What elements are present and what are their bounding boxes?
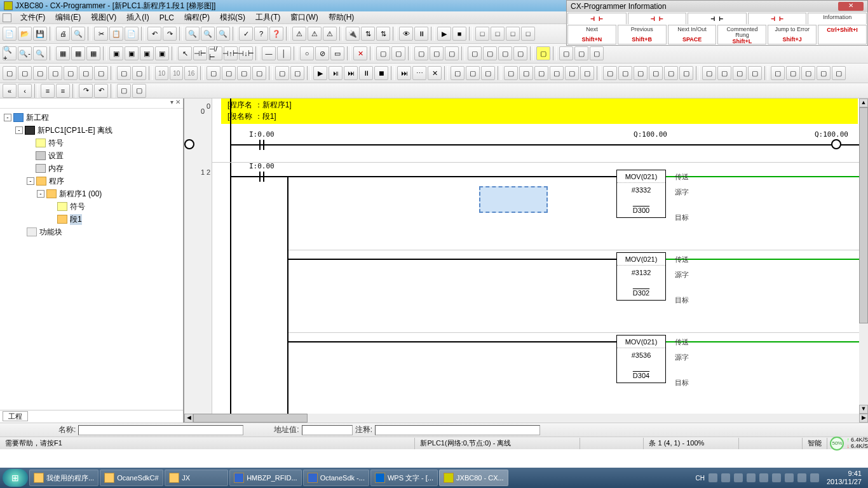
tb3-clear[interactable]: ✕ — [428, 66, 442, 80]
tb3-d1[interactable]: ▢ — [451, 66, 465, 80]
tb3-more[interactable]: ⋯ — [412, 66, 426, 80]
tree-toggle-newprog[interactable]: - — [37, 190, 44, 198]
task-btn-1[interactable]: OcaneSdkC# — [100, 470, 163, 486]
tb-warn3[interactable]: ⚠ — [323, 27, 337, 41]
tb3-f4[interactable]: ▢ — [649, 66, 663, 80]
tree-toggle-plc[interactable]: - — [15, 126, 23, 134]
tb3-h3[interactable]: ▢ — [801, 66, 815, 80]
task-btn-0[interactable]: 我使用的程序... — [29, 470, 98, 486]
tb-ext12[interactable]: ▢ — [574, 46, 588, 60]
tray-icon-5[interactable] — [759, 473, 768, 482]
tb3-a8[interactable]: ▢ — [117, 66, 131, 80]
tb-view1[interactable]: ▣ — [109, 46, 123, 60]
name-field-input[interactable] — [78, 425, 243, 435]
tb-grid3[interactable]: ▦ — [86, 46, 100, 60]
tb-redo[interactable]: ↷ — [163, 27, 177, 41]
tb-view4[interactable]: ▣ — [155, 46, 169, 60]
tb3-e4[interactable]: ▢ — [550, 66, 564, 80]
tb3-step[interactable]: ⏭ — [344, 66, 358, 80]
tb3-a7[interactable]: ▢ — [94, 66, 108, 80]
tb3-e1[interactable]: ▢ — [504, 66, 518, 80]
tb-check[interactable]: ✓ — [239, 27, 253, 41]
tb-new[interactable]: 📄 — [3, 27, 17, 41]
tb3-b1[interactable]: ▢ — [207, 66, 220, 80]
tray-icon-6[interactable] — [772, 473, 781, 482]
vscroll-thumb[interactable] — [859, 107, 868, 323]
hscroll-left-arrow[interactable]: ◀ — [184, 414, 193, 423]
address-field-input[interactable] — [302, 425, 353, 435]
tree-tab-project[interactable]: 工程 — [3, 411, 28, 421]
tb3-f2[interactable]: ▢ — [618, 66, 632, 80]
tb-contact-no[interactable]: ⊣⊢ — [193, 46, 207, 60]
chev-4[interactable]: ≡ — [56, 84, 70, 98]
tb-contact-p[interactable]: ⊣↑⊢ — [224, 46, 238, 60]
tb-find3[interactable]: 🔍 — [216, 27, 230, 41]
tb-print[interactable]: 🖨 — [56, 27, 70, 41]
tb-monitor[interactable]: 👁 — [399, 27, 413, 41]
vscroll-track[interactable] — [859, 107, 868, 405]
tree-toggle-programs[interactable]: - — [27, 177, 34, 185]
tb-grid2[interactable]: ▦ — [71, 46, 85, 60]
chev-6[interactable]: ↶ — [94, 84, 108, 98]
tray-icon-2[interactable] — [721, 473, 730, 482]
tree-plc[interactable]: - 新PLC1[CP1L-E] 离线 — [1, 124, 182, 137]
tree-symbols[interactable]: 符号 — [1, 137, 182, 149]
tb-whatsthis[interactable]: ❓ — [269, 27, 283, 41]
menu-insert[interactable]: 插入(I) — [121, 12, 154, 23]
tb3-a2[interactable]: ▢ — [18, 66, 32, 80]
tb-ext8[interactable]: ▢ — [498, 46, 512, 60]
tb-contact-nc[interactable]: ⊣/⊢ — [208, 46, 222, 60]
tb-del-hline[interactable]: ✕ — [353, 46, 367, 60]
tb3-f3[interactable]: ▢ — [634, 66, 648, 80]
tb3-f1[interactable]: ▢ — [603, 66, 617, 80]
menu-plc[interactable]: PLC — [154, 13, 179, 22]
tb3-g2[interactable]: ▢ — [717, 66, 731, 80]
tb3-num16[interactable]: 16 — [184, 66, 198, 80]
tb-open[interactable]: 📂 — [18, 27, 32, 41]
info-panel-titlebar[interactable]: CX-Programmer Information ✕ — [567, 1, 867, 12]
tb3-d3[interactable]: ▢ — [481, 66, 495, 80]
tb3-h4[interactable]: ▢ — [817, 66, 831, 80]
tb3-e2[interactable]: ▢ — [519, 66, 533, 80]
tb-ext2[interactable]: ▢ — [391, 46, 405, 60]
rung-0-output-coil[interactable] — [831, 139, 841, 149]
tb-zoom-fit[interactable]: 🔍 — [33, 46, 47, 60]
tray-icon-3[interactable] — [734, 473, 743, 482]
vscroll-down-arrow[interactable]: ▼ — [859, 405, 868, 414]
start-button[interactable]: ⊞ — [3, 469, 28, 487]
tb-contact-n[interactable]: ⊣↓⊢ — [239, 46, 253, 60]
tb-xfer2[interactable]: ⇅ — [376, 27, 390, 41]
tb3-g3[interactable]: ▢ — [733, 66, 747, 80]
menu-simulate[interactable]: 模拟(S) — [215, 12, 250, 23]
zoom-badge[interactable]: 50% — [830, 437, 844, 451]
tb3-e3[interactable]: ▢ — [534, 66, 548, 80]
tb3-g1[interactable]: ▢ — [702, 66, 716, 80]
tb3-num10[interactable]: 10 — [155, 66, 168, 80]
tb-run[interactable]: ▶ — [437, 27, 451, 41]
chev-2[interactable]: ‹ — [18, 84, 32, 98]
tb-ext13[interactable]: ▢ — [590, 46, 604, 60]
tb3-a1[interactable]: ▢ — [3, 66, 17, 80]
tray-icon-9[interactable] — [810, 473, 819, 482]
chev-3[interactable]: ≡ — [41, 84, 55, 98]
tb-ext7[interactable]: ▢ — [483, 46, 497, 60]
tb-online[interactable]: 🔌 — [346, 27, 360, 41]
tb3-e5[interactable]: ▢ — [565, 66, 579, 80]
tree-panel-controls[interactable]: ▾ ✕ — [0, 98, 183, 109]
menu-view[interactable]: 视图(V) — [86, 12, 121, 23]
ladder-vscroll[interactable]: ▲ ▼ — [859, 98, 868, 414]
tb3-a3[interactable]: ▢ — [33, 66, 47, 80]
tb-paste[interactable]: 📄 — [125, 27, 139, 41]
tray-icon-1[interactable] — [709, 473, 717, 482]
tb-pause[interactable]: ⏸ — [414, 27, 428, 41]
menu-program[interactable]: 编程(P) — [179, 12, 215, 23]
tb3-c1[interactable]: ▢ — [275, 66, 289, 80]
task-btn-4[interactable]: OctaneSdk -... — [303, 470, 369, 486]
tree-prog-symbols[interactable]: 符号 — [1, 200, 182, 213]
tb-undo[interactable]: ↶ — [147, 27, 161, 41]
tree-programs[interactable]: - 程序 — [1, 175, 182, 187]
tb-warn[interactable]: ⚠ — [292, 27, 306, 41]
tb3-stop[interactable]: ⏹ — [374, 66, 388, 80]
ladder-selection-box[interactable] — [479, 186, 548, 213]
tb-ext6[interactable]: ▢ — [468, 46, 482, 60]
